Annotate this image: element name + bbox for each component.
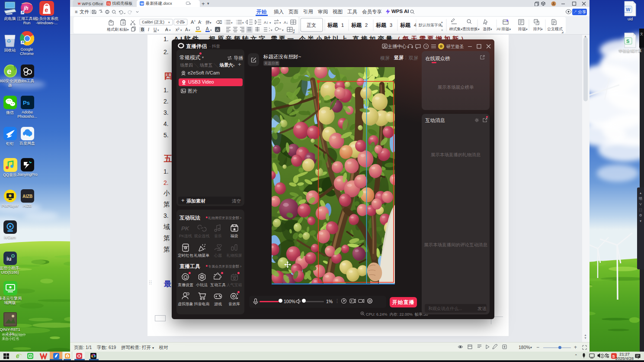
svg-text:▾: ▾ bbox=[168, 21, 170, 24]
svg-text:B: B bbox=[141, 27, 144, 32]
svg-text:jh: jh bbox=[23, 5, 29, 11]
svg-text:W: W bbox=[141, 2, 144, 6]
svg-text:◢: ◢ bbox=[561, 31, 564, 33]
svg-text:I: I bbox=[148, 27, 149, 32]
svg-text:标题: 标题 bbox=[400, 22, 411, 28]
svg-text:▾: ▾ bbox=[441, 25, 443, 28]
svg-text:x2: x2 bbox=[176, 27, 179, 32]
svg-text:A-: A- bbox=[198, 19, 202, 25]
svg-text:小四: 小四 bbox=[176, 20, 184, 24]
svg-text:W: W bbox=[626, 7, 631, 12]
svg-text:A↕: A↕ bbox=[264, 20, 269, 25]
svg-text:标题: 标题 bbox=[375, 22, 387, 28]
svg-text:▾: ▾ bbox=[183, 21, 185, 24]
svg-text:AIZB: AIZB bbox=[22, 194, 32, 199]
svg-text:排列▾: 排列▾ bbox=[533, 27, 543, 31]
svg-text:PK: PK bbox=[181, 225, 190, 232]
svg-text:2: 2 bbox=[365, 23, 368, 28]
svg-text:3: 3 bbox=[390, 23, 392, 28]
svg-text:选择▾: 选择▾ bbox=[483, 27, 492, 31]
svg-text:≡: ≡ bbox=[441, 29, 443, 32]
svg-text:▾: ▾ bbox=[231, 21, 233, 24]
svg-text:找: 找 bbox=[107, 2, 110, 5]
svg-text:1: 1 bbox=[341, 23, 344, 28]
svg-text:▾: ▾ bbox=[169, 29, 171, 32]
svg-text:▴: ▴ bbox=[441, 20, 443, 23]
svg-text:e: e bbox=[16, 352, 19, 359]
svg-text:Ps: Ps bbox=[23, 100, 30, 106]
svg-text:e: e bbox=[7, 67, 12, 76]
svg-text:标题: 标题 bbox=[327, 22, 338, 28]
svg-text:A↓: A↓ bbox=[284, 20, 288, 25]
svg-text:iu: iu bbox=[6, 255, 12, 262]
svg-text:来自小红书: 来自小红书 bbox=[2, 337, 19, 341]
svg-text:▾: ▾ bbox=[269, 21, 271, 24]
svg-text:样式集▾: 样式集▾ bbox=[449, 27, 463, 31]
svg-text:⌫: ⌫ bbox=[216, 20, 222, 25]
svg-text:公文模式: 公文模式 bbox=[547, 27, 563, 31]
svg-text:默认段落字体: 默认段落字体 bbox=[418, 23, 442, 27]
svg-text:粘贴▾: 粘贴▾ bbox=[119, 27, 129, 32]
svg-text:e: e bbox=[45, 6, 48, 13]
svg-text:▾: ▾ bbox=[189, 29, 190, 32]
svg-text:▾: ▾ bbox=[210, 29, 212, 32]
svg-text:◢: ◢ bbox=[292, 31, 295, 33]
svg-text:格式刷: 格式刷 bbox=[107, 27, 119, 32]
svg-text:▾: ▾ bbox=[271, 29, 272, 32]
svg-text:标题: 标题 bbox=[351, 22, 362, 28]
svg-text:查找替换▾: 查找替换▾ bbox=[462, 27, 480, 31]
svg-text:S: S bbox=[612, 354, 615, 359]
svg-text:♻: ♻ bbox=[6, 38, 11, 44]
svg-text:A: A bbox=[216, 28, 219, 32]
svg-text:排版▾: 排版▾ bbox=[518, 27, 528, 31]
svg-text:▾: ▾ bbox=[279, 21, 281, 24]
svg-text:A: A bbox=[185, 27, 188, 32]
svg-text:▾: ▾ bbox=[180, 29, 182, 32]
svg-text:▾: ▾ bbox=[242, 21, 244, 24]
svg-text:▾: ▾ bbox=[157, 29, 159, 32]
svg-text:A: A bbox=[206, 26, 209, 31]
svg-text:A: A bbox=[165, 27, 168, 32]
svg-text:?: ? bbox=[425, 45, 427, 48]
svg-text:A+: A+ bbox=[191, 19, 195, 25]
svg-text:拼▾: 拼▾ bbox=[205, 20, 211, 25]
svg-text:▾: ▾ bbox=[282, 29, 284, 32]
svg-text:Calibri (正文): Calibri (正文) bbox=[142, 20, 164, 24]
svg-text:AI 排版▾: AI 排版▾ bbox=[497, 27, 511, 31]
svg-text:正文: 正文 bbox=[307, 23, 316, 28]
svg-text:S: S bbox=[626, 39, 629, 44]
svg-text:U: U bbox=[154, 27, 157, 32]
